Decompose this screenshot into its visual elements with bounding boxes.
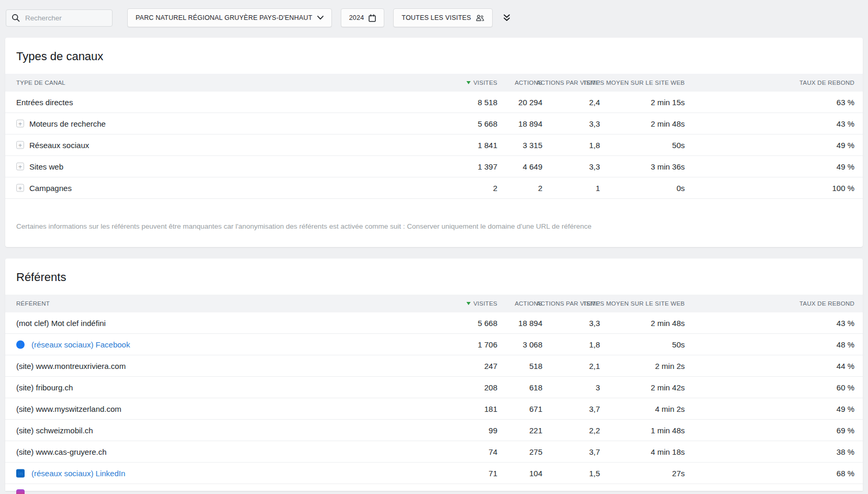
table-row[interactable]: (site) schweizmobil.ch 99 221 2,2 1 min … xyxy=(5,420,863,441)
search-icon xyxy=(12,14,20,22)
column-header-temps-moyen[interactable]: TEMPS MOYEN SUR LE SITE WEB xyxy=(583,80,685,86)
page-title: Types de canaux xyxy=(5,38,863,74)
table-row[interactable]: (site) www.cas-gruyere.ch 74 275 3,7 4 m… xyxy=(5,441,863,463)
actions-per-visit-value: 1 xyxy=(596,184,600,193)
avg-time-value: 2 min 2s xyxy=(655,362,685,371)
avg-time-value: 2 min 15s xyxy=(651,98,685,107)
table-row[interactable]: (site) www.myswitzerland.com 181 671 3,7… xyxy=(5,398,863,420)
avg-time-value: 2 min 48s xyxy=(651,319,685,328)
chevron-down-icon xyxy=(317,16,324,20)
page-title: Référents xyxy=(5,259,863,295)
table-row[interactable]: f (réseaux sociaux) Facebook 1 706 3 068… xyxy=(5,334,863,355)
column-header-taux-de-rebond[interactable]: TAUX DE REBOND xyxy=(799,300,854,307)
actions-per-visit-value: 2,2 xyxy=(589,426,600,435)
actions-value: 20 294 xyxy=(518,98,542,107)
visits-value: 2 xyxy=(493,184,497,193)
sort-descending-icon xyxy=(466,81,471,84)
actions-value: 3 068 xyxy=(522,340,542,349)
actions-per-visit-value: 3,3 xyxy=(589,319,600,328)
bounce-rate-value: 60 % xyxy=(837,383,854,392)
calendar-icon xyxy=(369,14,376,22)
row-label: (mot clef) Mot clef indéfini xyxy=(16,319,106,328)
column-header-visites[interactable]: VISITES xyxy=(466,300,497,307)
table-row[interactable]: Campagnes 2 2 1 0s 100 % xyxy=(5,177,863,199)
row-label: (site) www.cas-gruyere.ch xyxy=(16,447,107,456)
bounce-rate-value: 49 % xyxy=(837,162,854,171)
table-row-partial[interactable] xyxy=(5,484,863,491)
expand-row-icon[interactable] xyxy=(16,184,24,192)
actions-per-visit-value: 1,8 xyxy=(589,340,600,349)
visits-value: 208 xyxy=(484,383,497,392)
actions-value: 618 xyxy=(529,383,542,392)
table-row[interactable]: (site) fribourg.ch 208 618 3 2 min 42s 6… xyxy=(5,377,863,398)
visits-value: 5 668 xyxy=(477,319,497,328)
expand-row-icon[interactable] xyxy=(16,163,24,171)
bounce-rate-value: 68 % xyxy=(837,469,854,478)
actions-value: 671 xyxy=(529,405,542,413)
table-row[interactable]: Réseaux sociaux 1 841 3 315 1,8 50s 49 % xyxy=(5,134,863,156)
visits-value: 1 397 xyxy=(477,162,497,171)
expand-row-icon[interactable] xyxy=(16,141,24,149)
avg-time-value: 27s xyxy=(672,469,685,478)
column-header-type-de-canal[interactable]: TYPE DE CANAL xyxy=(16,80,65,86)
bounce-rate-value: 100 % xyxy=(832,184,854,193)
row-label: Sites web xyxy=(29,162,63,171)
referrer-anonymization-note: Certaines informations sur les référents… xyxy=(5,222,863,247)
actions-per-visit-value: 3,7 xyxy=(589,405,600,413)
column-header-temps-moyen[interactable]: TEMPS MOYEN SUR LE SITE WEB xyxy=(583,300,685,307)
table-row[interactable]: Moteurs de recherche 5 668 18 894 3,3 2 … xyxy=(5,113,863,134)
column-header-referent[interactable]: RÉFÉRENT xyxy=(16,300,50,307)
segment-selector-button[interactable]: TOUTES LES VISITES xyxy=(393,8,493,27)
visits-value: 1 706 xyxy=(477,340,497,349)
row-label: Moteurs de recherche xyxy=(29,119,106,128)
actions-value: 275 xyxy=(529,447,542,456)
avg-time-value: 0s xyxy=(676,184,685,193)
row-label: (site) www.myswitzerland.com xyxy=(16,405,121,413)
site-selector-button[interactable]: PARC NATUREL RÉGIONAL GRUYÈRE PAYS-D'ENH… xyxy=(127,8,332,27)
row-label: Réseaux sociaux xyxy=(29,141,89,150)
search-box[interactable] xyxy=(6,9,113,27)
visits-value: 181 xyxy=(484,405,497,413)
actions-value: 3 315 xyxy=(522,141,542,150)
expand-row-icon[interactable] xyxy=(16,120,24,128)
bounce-rate-value: 49 % xyxy=(837,141,854,150)
table-row[interactable]: (mot clef) Mot clef indéfini 5 668 18 89… xyxy=(5,312,863,334)
avg-time-value: 4 min 2s xyxy=(655,405,685,413)
table-row[interactable]: (site) www.montreuxriviera.com 247 518 2… xyxy=(5,355,863,377)
column-header-visites[interactable]: VISITES xyxy=(466,80,497,86)
actions-value: 18 894 xyxy=(518,119,542,128)
actions-value: 104 xyxy=(529,469,542,478)
actions-per-visit-value: 3,3 xyxy=(589,162,600,171)
actions-per-visit-value: 2,4 xyxy=(589,98,600,107)
row-link[interactable]: (réseaux sociaux) LinkedIn xyxy=(31,469,125,478)
search-input[interactable] xyxy=(24,14,107,23)
top-bar: PARC NATUREL RÉGIONAL GRUYÈRE PAYS-D'ENH… xyxy=(0,0,868,27)
users-icon xyxy=(476,15,484,21)
double-chevron-down-icon xyxy=(503,14,511,22)
visits-value: 5 668 xyxy=(477,119,497,128)
visits-value: 74 xyxy=(488,447,497,456)
sort-descending-icon xyxy=(466,302,471,305)
visits-value: 71 xyxy=(488,469,497,478)
instagram-icon xyxy=(16,489,25,494)
avg-time-value: 2 min 48s xyxy=(651,119,685,128)
row-label: (site) schweizmobil.ch xyxy=(16,426,93,435)
avg-time-value: 50s xyxy=(672,340,685,349)
row-link[interactable]: (réseaux sociaux) Facebook xyxy=(31,340,130,349)
date-selector-button[interactable]: 2024 xyxy=(341,8,385,27)
bounce-rate-value: 63 % xyxy=(837,98,854,107)
expand-more-button[interactable] xyxy=(503,14,511,22)
bounce-rate-value: 38 % xyxy=(837,447,854,456)
linkedin-icon: in xyxy=(16,469,25,477)
segment-selector-label: TOUTES LES VISITES xyxy=(402,14,471,21)
table-row[interactable]: Sites web 1 397 4 649 3,3 3 min 36s 49 % xyxy=(5,156,863,177)
bounce-rate-value: 44 % xyxy=(837,362,854,371)
facebook-icon: f xyxy=(16,340,25,349)
table-row[interactable]: Entrées directes 8 518 20 294 2,4 2 min … xyxy=(5,92,863,113)
channel-types-widget: Types de canaux TYPE DE CANAL VISITES AC… xyxy=(5,38,863,247)
table-row[interactable]: in (réseaux sociaux) LinkedIn 71 104 1,5… xyxy=(5,463,863,484)
avg-time-value: 4 min 18s xyxy=(651,447,685,456)
column-header-taux-de-rebond[interactable]: TAUX DE REBOND xyxy=(799,80,854,86)
visits-value: 1 841 xyxy=(477,141,497,150)
bounce-rate-value: 48 % xyxy=(837,340,854,349)
